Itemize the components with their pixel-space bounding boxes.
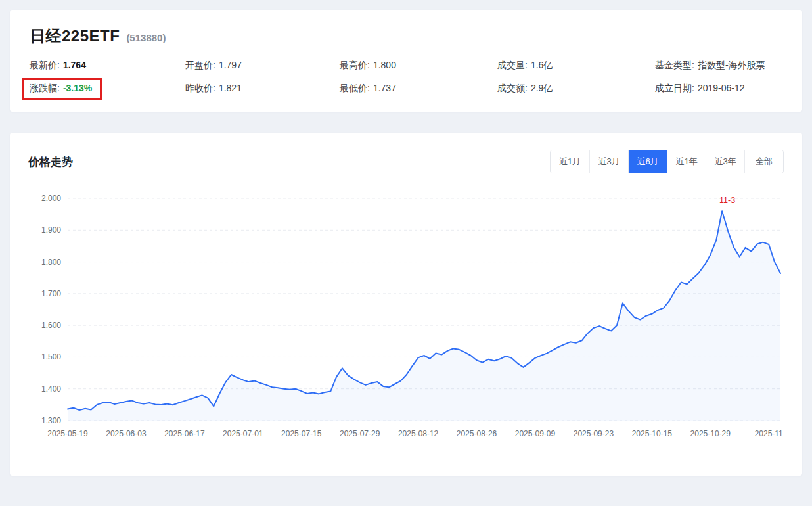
fund-title: 日经225ETF [30,26,120,47]
x-axis-label: 2025-09-09 [515,429,556,438]
stat-value: 1.764 [63,60,86,70]
stat-volume: 成交量:1.6亿 [497,60,655,72]
stat-label: 最低价: [340,83,370,93]
x-axis-label: 2025-11 [755,429,783,438]
stat-value: 2.9亿 [531,83,553,93]
chart-header: 价格走势 近1月 近3月 近6月 近1年 近3年 全部 [28,150,784,173]
price-line-chart[interactable]: 2.0001.9001.8001.7001.6001.5001.4001.300… [28,189,784,447]
chart-title: 价格走势 [28,154,73,170]
stat-label: 成交量: [497,60,528,70]
stat-open-price: 开盘价:1.797 [185,60,340,72]
stat-value: 1.6亿 [531,60,553,70]
change-highlight-box: 涨跌幅:-3.13% [22,78,102,100]
stat-value: -3.13% [63,83,92,93]
stat-label: 昨收价: [185,83,215,93]
range-button-3m[interactable]: 近3月 [589,150,628,173]
stat-fund-type: 基金类型:指数型-海外股票 [655,60,784,72]
stat-turnover: 成交额:2.9亿 [497,83,655,95]
stat-label: 基金类型: [655,60,694,70]
y-axis-label: 2.000 [41,194,61,203]
stat-value: 2019-06-12 [698,83,745,93]
y-axis-label: 1.400 [41,384,61,394]
chart-body: 2.0001.9001.8001.7001.6001.5001.4001.300… [28,189,784,447]
range-button-group: 近1月 近3月 近6月 近1年 近3年 全部 [550,150,784,173]
stat-value: 指数型-海外股票 [698,60,765,70]
range-button-1y[interactable]: 近1年 [667,150,706,173]
range-button-all[interactable]: 全部 [744,150,783,173]
x-axis-label: 2025-06-17 [164,429,205,438]
y-axis-label: 1.500 [41,352,61,361]
stat-low-price: 最低价:1.737 [340,83,497,95]
y-axis-label: 1.900 [41,225,61,235]
x-axis-label: 2025-08-12 [398,429,439,438]
x-axis-label: 2025-07-15 [281,429,322,438]
x-axis-label: 2025-10-29 [690,429,731,438]
stat-label: 涨跌幅: [30,83,60,93]
stat-label: 开盘价: [185,60,215,70]
stat-change-percent: 涨跌幅:-3.13% [30,83,185,95]
range-button-6m[interactable]: 近6月 [628,150,667,173]
stat-inception-date: 成立日期:2019-06-12 [655,83,784,95]
y-axis-label: 1.700 [41,289,61,298]
peak-date-annotation: 11-3 [719,196,735,205]
stat-value: 1.737 [373,83,396,93]
y-axis-label: 1.600 [41,321,61,330]
stat-high-price: 最高价:1.800 [340,60,497,72]
price-chart-card: 价格走势 近1月 近3月 近6月 近1年 近3年 全部 2.0001.9001.… [10,133,802,476]
x-axis-label: 2025-05-19 [47,429,88,438]
x-axis-label: 2025-09-23 [574,429,614,438]
range-button-1m[interactable]: 近1月 [551,150,589,173]
x-axis-label: 2025-10-15 [632,429,673,438]
stat-label: 成交额: [497,83,528,93]
stat-value: 1.797 [219,60,242,70]
x-axis-label: 2025-07-29 [340,429,380,438]
stat-prev-close: 昨收价:1.821 [185,83,340,95]
stat-value: 1.821 [219,83,242,93]
range-button-3y[interactable]: 近3年 [706,150,744,173]
fund-stats-grid: 最新价:1.764 涨跌幅:-3.13% 开盘价:1.797 昨收价:1.821… [30,60,784,95]
y-axis-label: 1.300 [41,416,61,425]
x-axis-label: 2025-08-26 [457,429,497,438]
y-axis-label: 1.800 [41,258,61,267]
fund-overview-card: 日经225ETF (513880) 最新价:1.764 涨跌幅:-3.13% 开… [10,10,802,112]
x-axis-label: 2025-06-03 [106,429,147,438]
stat-value: 1.800 [373,60,396,70]
stat-latest-price: 最新价:1.764 [30,60,185,72]
stat-label: 最高价: [340,60,370,70]
stat-label: 成立日期: [655,83,694,93]
x-axis-label: 2025-07-01 [223,429,263,438]
stat-label: 最新价: [30,60,60,70]
fund-code: (513880) [126,32,166,43]
fund-title-row: 日经225ETF (513880) [30,26,784,47]
